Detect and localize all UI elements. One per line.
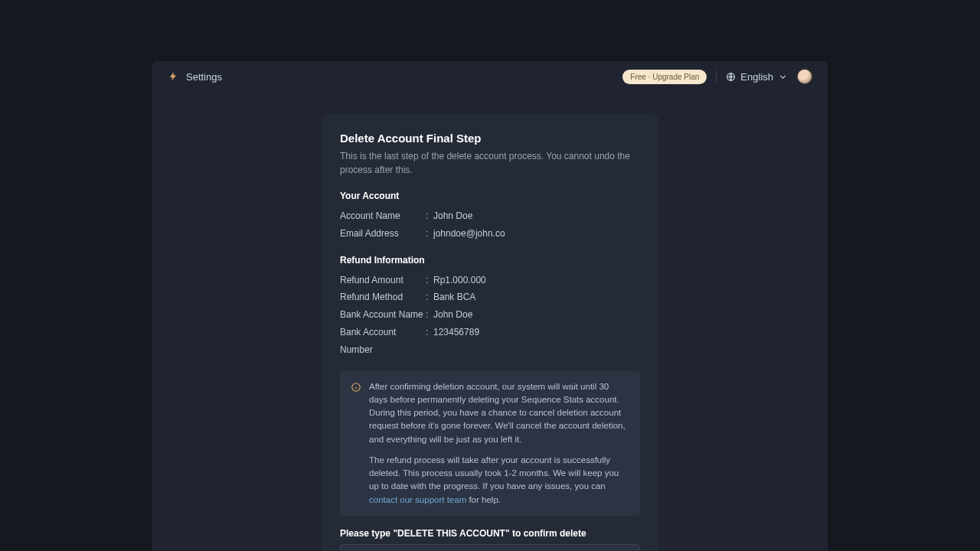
account-email-row: Email Address : johndoe@john.co — [340, 225, 640, 243]
globe-icon — [726, 72, 736, 82]
account-section-heading: Your Account — [340, 191, 640, 201]
language-selector[interactable]: English — [726, 71, 788, 83]
bank-account-name-label: Bank Account Name — [340, 306, 426, 324]
chevron-down-icon — [778, 72, 788, 82]
refund-method-row: Refund Method : Bank BCA — [340, 289, 640, 306]
card-title: Delete Account Final Step — [340, 132, 640, 145]
refund-section-heading: Refund Information — [340, 255, 640, 266]
bank-account-number-value: 123456789 — [433, 324, 640, 359]
confirm-label: Please type "DELETE THIS ACCOUNT" to con… — [340, 528, 640, 539]
refund-amount-row: Refund Amount : Rp1.000.000 — [340, 272, 640, 289]
avatar[interactable] — [797, 69, 812, 84]
divider — [716, 70, 717, 83]
upgrade-plan-pill[interactable]: Free · Upgrade Plan — [622, 70, 707, 84]
contact-support-link[interactable]: contact our support team — [369, 495, 466, 504]
topbar-left: Settings — [168, 71, 222, 83]
account-email-value: johndoe@john.co — [433, 225, 640, 243]
topbar: Settings Free · Upgrade Plan English — [152, 61, 828, 92]
logo-icon — [168, 71, 178, 82]
refund-amount-label: Refund Amount — [340, 272, 426, 289]
refund-info: Refund Amount : Rp1.000.000 Refund Metho… — [340, 272, 640, 359]
refund-amount-value: Rp1.000.000 — [433, 272, 640, 289]
bank-account-name-row: Bank Account Name : John Doe — [340, 306, 640, 324]
bank-account-number-row: Bank Account Number : 123456789 — [340, 324, 640, 359]
account-name-row: Account Name : John Doe — [340, 207, 640, 225]
account-name-label: Account Name — [340, 207, 426, 225]
info-paragraph-1: After confirming deletion account, our s… — [369, 380, 629, 446]
refund-method-value: Bank BCA — [433, 289, 640, 306]
account-info: Account Name : John Doe Email Address : … — [340, 207, 640, 243]
page-title: Settings — [186, 71, 222, 83]
app-window: Settings Free · Upgrade Plan English Del… — [152, 61, 828, 551]
info-box: After confirming deletion account, our s… — [340, 371, 640, 516]
refund-method-label: Refund Method — [340, 289, 426, 306]
delete-account-card: Delete Account Final Step This is the la… — [322, 115, 658, 551]
topbar-right: Free · Upgrade Plan English — [622, 69, 812, 84]
language-label: English — [740, 71, 773, 83]
bank-account-name-value: John Doe — [433, 306, 640, 324]
account-email-label: Email Address — [340, 225, 426, 243]
account-name-value: John Doe — [433, 207, 640, 225]
info-text: After confirming deletion account, our s… — [369, 380, 629, 507]
info-paragraph-2: The refund process will take after your … — [369, 454, 629, 507]
card-subtitle: This is the last step of the delete acco… — [340, 149, 640, 177]
confirm-input[interactable] — [340, 544, 640, 551]
info-icon — [351, 382, 361, 393]
content: Delete Account Final Step This is the la… — [152, 92, 828, 551]
bank-account-number-label: Bank Account Number — [340, 324, 426, 359]
